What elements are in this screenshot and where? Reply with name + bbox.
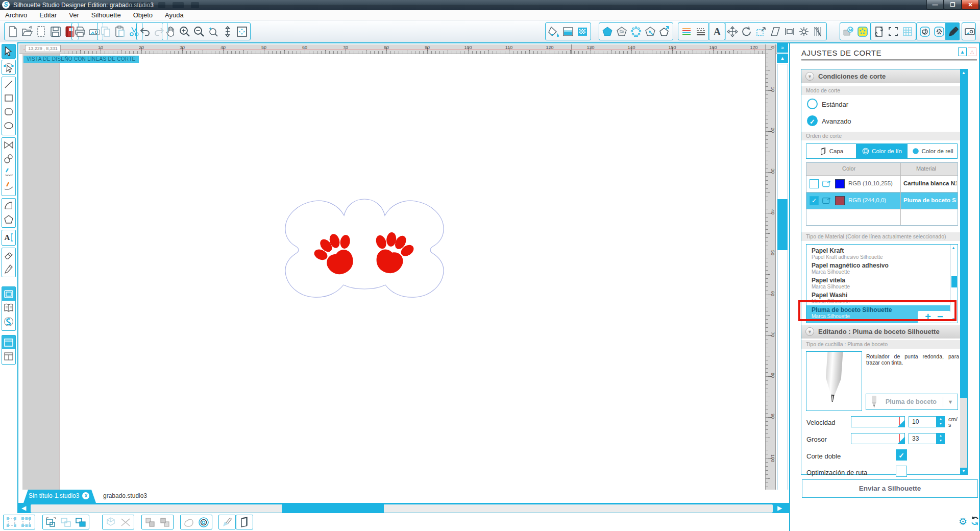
shear-icon[interactable] (769, 25, 782, 38)
offset-icon[interactable] (197, 516, 210, 529)
cut-order-row[interactable]: RGB (10,10,255) Cartulina blanca N16 (806, 176, 958, 192)
tab-color-linea[interactable]: Color de lín (856, 143, 907, 159)
material-item[interactable]: Papel Kraft Papel Kraft adhesivo Silhoue… (806, 246, 950, 261)
eraser-tool[interactable] (2, 248, 15, 262)
copy-icon[interactable] (99, 25, 112, 38)
cut-style-icon[interactable] (822, 196, 832, 205)
move-icon[interactable] (726, 25, 739, 38)
vertical-scroll-thumb[interactable] (777, 199, 788, 250)
corte-doble-checkbox[interactable]: ✓ (896, 449, 907, 461)
line-tool[interactable] (2, 77, 15, 91)
paste-icon[interactable] (113, 25, 127, 38)
line-fill-icon[interactable] (615, 25, 628, 38)
undo-icon[interactable] (138, 25, 152, 38)
menu-ayuda[interactable]: Ayuda (165, 11, 184, 19)
color-swatch[interactable] (835, 196, 845, 205)
align-icon[interactable] (783, 25, 796, 38)
curve-tool[interactable] (2, 152, 15, 165)
tab-sin-titulo[interactable]: Sin título-1.studio3x (23, 490, 96, 503)
line-colors-icon[interactable] (680, 25, 693, 38)
vertical-scroll-track[interactable] (777, 64, 788, 493)
dots-panel-icon[interactable] (933, 25, 946, 38)
row-checkbox[interactable] (810, 179, 819, 188)
menu-editar[interactable]: Editar (39, 11, 57, 19)
expand-panel-button[interactable]: » (777, 43, 788, 53)
tab-color-relleno[interactable]: Color de rell (907, 143, 958, 159)
scroll-left-button[interactable]: ◀ (21, 504, 26, 512)
print-icon[interactable] (74, 25, 87, 38)
color-swatch[interactable] (835, 179, 845, 188)
rounded-rectangle-tool[interactable] (2, 105, 15, 118)
grosor-slider[interactable] (851, 433, 905, 444)
freehand-tool[interactable] (2, 165, 15, 179)
bone-design[interactable] (284, 195, 446, 303)
rotate-icon[interactable] (740, 25, 753, 38)
grosor-spinner[interactable]: ▲▼ (937, 433, 945, 444)
cut-style-icon[interactable] (822, 179, 832, 188)
group-icon[interactable] (44, 516, 58, 529)
menu-objeto[interactable]: Objeto (133, 11, 153, 19)
fill-gradient-icon[interactable] (561, 25, 575, 38)
minimize-button[interactable]: — (926, 0, 944, 10)
panel-collapse-button[interactable]: ▲ (958, 47, 967, 56)
deselect-icon[interactable] (20, 516, 33, 529)
panel-scrollbar[interactable]: ▲ ▼ (960, 69, 967, 474)
close-button[interactable]: ✕ (962, 0, 979, 10)
radio-avanzado[interactable]: ✓ (807, 115, 818, 126)
pan-icon[interactable] (164, 25, 177, 38)
horizontal-scrollbar[interactable]: ◀ ▶ (18, 503, 789, 514)
ellipse-tool[interactable] (2, 118, 15, 132)
eyedropper-icon[interactable] (220, 516, 234, 529)
open-document-icon[interactable] (20, 25, 34, 38)
dotted-shape-icon[interactable] (629, 25, 643, 38)
material-item[interactable]: Papel magnético adhesivo Marca Silhouett… (806, 261, 950, 276)
store-tool[interactable] (2, 315, 15, 328)
cutter-icon[interactable] (964, 25, 976, 38)
horizontal-scroll-track[interactable] (31, 504, 773, 513)
swirl-icon[interactable] (918, 25, 932, 38)
menu-silhouette[interactable]: Silhouette (91, 11, 121, 19)
design-canvas[interactable]: VISTA DE DISEÑO CON LÍNEAS DE CORTE (19, 54, 765, 490)
edit-points-tool[interactable] (2, 60, 15, 74)
editando-header[interactable]: ▼ Editando : Pluma de boceto Silhouette (801, 325, 961, 339)
line-offset-icon[interactable] (658, 25, 671, 38)
velocidad-slider[interactable] (851, 416, 905, 427)
arc-tool[interactable] (2, 199, 15, 212)
line-dashes-icon[interactable] (694, 25, 707, 38)
registration-marks-icon[interactable] (887, 25, 900, 38)
send-to-silhouette-button[interactable]: Enviar a Silhouette (802, 479, 978, 498)
pick-line-color-icon[interactable] (644, 25, 657, 38)
grid-settings-icon[interactable] (901, 25, 914, 38)
zoom-in-icon[interactable] (178, 25, 191, 38)
polygon-tool[interactable] (2, 138, 15, 152)
line-color-icon[interactable] (601, 25, 614, 38)
pen-type-dropdown[interactable]: Pluma de boceto ▼ (866, 394, 958, 410)
zoom-selection-icon[interactable] (207, 25, 220, 38)
ungroup-icon[interactable] (59, 516, 72, 529)
new-document-icon[interactable] (6, 25, 19, 38)
vertical-scrollbar[interactable]: » ▲ ▼ (777, 43, 788, 504)
weld-icon[interactable] (182, 516, 195, 529)
radio-estandar[interactable] (807, 99, 818, 109)
shadow-icon[interactable] (104, 516, 117, 529)
panel-scroll-thumb[interactable] (960, 398, 967, 468)
knife-tool[interactable] (2, 262, 15, 276)
bring-forward-icon[interactable] (143, 516, 157, 529)
dropdown-arrow-icon[interactable]: ▼ (943, 399, 958, 405)
sketch-pen-icon[interactable] (947, 25, 960, 38)
select-all-icon[interactable] (5, 516, 18, 529)
group-selected-icon[interactable] (74, 516, 87, 529)
material-item[interactable]: Papel vitela Marca Silhouette (806, 276, 950, 291)
collapse-chevron-icon[interactable]: ▼ (805, 72, 814, 81)
menu-archivo[interactable]: Archivo (5, 11, 27, 19)
velocidad-spinner[interactable]: ▲▼ (937, 416, 945, 427)
drag-zoom-icon[interactable] (221, 25, 234, 38)
grosor-input[interactable]: 33 (909, 433, 937, 444)
row-checkbox[interactable]: ✓ (810, 196, 819, 205)
save-icon[interactable] (49, 25, 62, 38)
sync-icon[interactable] (970, 516, 980, 526)
delete-icon[interactable] (119, 516, 132, 529)
rhinestone-icon[interactable] (856, 25, 869, 38)
panel-scroll-down-icon[interactable]: ▼ (960, 469, 967, 473)
text-style-icon[interactable]: A (710, 25, 724, 38)
